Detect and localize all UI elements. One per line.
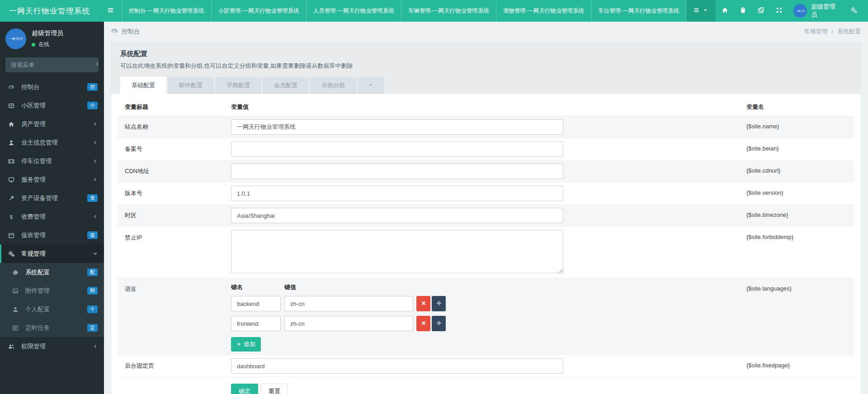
sidebar-item-profile[interactable]: 个人配置个 (0, 300, 104, 319)
row-value-cell (231, 186, 746, 201)
panel-body: 变量标题变量值变量名站点名称{$site.name}备案号{$site.beia… (111, 94, 861, 394)
remove-pair-button[interactable] (416, 316, 430, 331)
sidebar-item-general[interactable]: 常规管理 (0, 244, 104, 263)
row-value-cell (231, 208, 746, 223)
sidebar-item-house[interactable]: 房产管理 (0, 115, 104, 133)
config-row-timezone: 时区{$site.timezone} (118, 205, 854, 227)
sidebar-item-badge: 值 (87, 231, 98, 239)
tabs-dropdown-button[interactable] (686, 0, 716, 22)
sidebar-item-owner[interactable]: 业主信息管理 (0, 133, 104, 152)
app-logo[interactable]: 一网天行物业管理系统 (0, 0, 99, 22)
site-name-input[interactable] (231, 119, 563, 135)
kv-key-input[interactable] (231, 316, 281, 331)
clear-cache-button[interactable] (752, 0, 770, 22)
row-value-cell (231, 358, 746, 374)
chevron-left-icon (93, 140, 98, 145)
search-input[interactable] (5, 57, 96, 72)
config-tab[interactable]: 示例分组 (310, 77, 356, 94)
settings-button[interactable] (844, 0, 863, 22)
sidebar-item-badge: 附 (87, 287, 98, 295)
home-icon (722, 7, 728, 15)
sidebar-item-badge: 控 (87, 83, 98, 91)
submit-button[interactable]: 确定 (231, 384, 258, 394)
sidebar-item-badge: 个 (87, 305, 98, 314)
home-icon (1, 121, 21, 127)
sidebar-search (5, 57, 99, 72)
remove-pair-button[interactable] (416, 296, 430, 311)
sidebar: 一网天行 超级管理员 在线 控制台控小区管理小房产管理业主信息管理停车位管理服务… (0, 22, 104, 394)
timezone-input[interactable] (231, 208, 563, 223)
language-kv-editor: 键名键值追加 (231, 283, 746, 352)
clear-trash-button[interactable] (734, 0, 752, 22)
sidebar-item-auth[interactable]: 权限管理 (0, 337, 104, 356)
topbar-tab[interactable]: 车辆管理-一网天行物业管理系统 (401, 0, 496, 22)
sidebar-item-system-config[interactable]: 系统配置配 (0, 263, 104, 281)
row-label: 站点名称 (118, 119, 231, 131)
kv-value-input[interactable] (284, 296, 413, 311)
breadcrumb-parent[interactable]: 常规管理 (804, 28, 827, 36)
users-icon (1, 343, 21, 350)
user-menu[interactable]: 一网天行 超级管理员 (788, 3, 844, 19)
list-icon (693, 7, 699, 14)
kv-value-input[interactable] (284, 316, 413, 331)
expand-arrows-icon (776, 7, 783, 15)
sidebar-item-attachment[interactable]: 附件管理附 (0, 281, 104, 300)
kv-key-header: 键名 (231, 283, 284, 291)
chevron-left-icon (93, 214, 98, 219)
move-pair-button[interactable] (432, 296, 446, 311)
row-label: 禁止IP (118, 230, 231, 242)
sidebar-item-duty[interactable]: 值班管理值 (0, 226, 104, 244)
user-icon (1, 140, 21, 146)
dollar-icon: $ (1, 214, 21, 220)
sidebar-item-crontab[interactable]: 定时任务定 (0, 319, 104, 337)
sidebar-item-dashboard[interactable]: 控制台控 (0, 78, 104, 96)
cdnurl-input[interactable] (231, 164, 563, 179)
topbar-tab[interactable]: 控制台-一网天行物业管理系统 (122, 0, 211, 22)
sidebar-item-label: 定时任务 (25, 324, 87, 332)
sidebar-item-label: 个人配置 (25, 305, 87, 314)
config-tab[interactable]: 字典配置 (215, 77, 261, 94)
config-tab[interactable]: 邮件配置 (168, 77, 214, 94)
home-button[interactable] (716, 0, 734, 22)
kv-headers: 键名键值 (231, 283, 746, 291)
gavel-icon (1, 195, 21, 202)
topbar-tab[interactable]: 宠物管理-一网天行物业管理系统 (496, 0, 591, 22)
beian-input[interactable] (231, 141, 563, 157)
sidebar-item-label: 小区管理 (21, 102, 87, 110)
version-input[interactable] (231, 186, 563, 201)
search-button[interactable] (96, 57, 99, 72)
sidebar-toggle-button[interactable] (99, 0, 122, 22)
move-pair-button[interactable] (432, 316, 446, 331)
sidebar-item-label: 常规管理 (21, 250, 93, 258)
row-value-cell: 键名键值追加 (231, 281, 746, 352)
topbar-tab[interactable]: 小区管理-一网天行物业管理系统 (211, 0, 306, 22)
config-row-site-name: 站点名称{$site.name} (118, 116, 854, 138)
kv-key-input[interactable] (231, 296, 281, 311)
avatar: 一网天行 (793, 4, 807, 18)
topbar-tab[interactable]: 车位管理-一网天行物业管理系统 (591, 0, 686, 22)
fixedpage-input[interactable] (231, 358, 563, 374)
append-button[interactable]: 追加 (231, 337, 261, 352)
breadcrumb-home[interactable]: 控制台 (122, 28, 140, 36)
topbar: 一网天行物业管理系统 控制台-一网天行物业管理系统小区管理-一网天行物业管理系统… (0, 0, 868, 22)
row-value-cell (231, 119, 746, 135)
user-icon (5, 306, 25, 313)
reset-button[interactable]: 重置 (261, 384, 288, 394)
config-tab[interactable]: 会员配置 (263, 77, 309, 94)
sidebar-user-name: 超级管理员 (32, 29, 63, 38)
sidebar-item-fee[interactable]: $收费管理 (0, 207, 104, 226)
forbiddenip-textarea[interactable] (231, 230, 563, 273)
sidebar-item-asset[interactable]: 资产设备管理资 (0, 189, 104, 207)
sidebar-item-label: 系统配置 (25, 268, 87, 277)
form-actions: 确定 重置 (118, 377, 854, 394)
topbar-tab[interactable]: 人员管理-一网天行物业管理系统 (306, 0, 401, 22)
sidebar-item-service[interactable]: 服务管理 (0, 170, 104, 189)
copy-icon (758, 7, 764, 15)
content-header: 控制台 常规管理 / 系统配置 (104, 22, 868, 41)
sidebar-item-parking-space[interactable]: 停车位管理 (0, 152, 104, 170)
sidebar-item-community[interactable]: 小区管理小 (0, 96, 104, 115)
add-tab-button[interactable]: + (358, 77, 384, 94)
fullscreen-button[interactable] (770, 0, 788, 22)
config-tab[interactable]: 基础配置 (120, 77, 166, 94)
sidebar-item-label: 房产管理 (21, 120, 93, 128)
